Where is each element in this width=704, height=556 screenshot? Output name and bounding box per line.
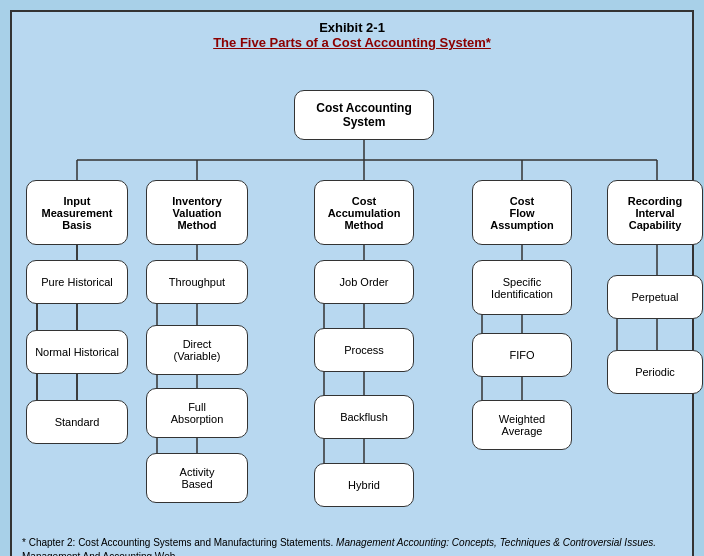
col2-item3: FullAbsorption (146, 388, 248, 438)
col3-item4: Hybrid (314, 463, 414, 507)
col1-item2: Normal Historical (26, 330, 128, 374)
col4-item1: Specific Identification (472, 260, 572, 315)
col2-item4: ActivityBased (146, 453, 248, 503)
exhibit-subtitle: The Five Parts of a Cost Accounting Syst… (22, 35, 682, 50)
header-col5: RecordingIntervalCapability (607, 180, 703, 245)
outer-border: Exhibit 2-1 The Five Parts of a Cost Acc… (10, 10, 694, 556)
col4-item3: Weighted Average (472, 400, 572, 450)
exhibit-title: Exhibit 2-1 (22, 20, 682, 35)
chart-area: Cost AccountingSystem InputMeasurementBa… (22, 60, 682, 530)
col1-item1: Pure Historical (26, 260, 128, 304)
col1-item3: Standard (26, 400, 128, 444)
col4-item2: FIFO (472, 333, 572, 377)
footnote: * Chapter 2: Cost Accounting Systems and… (22, 536, 682, 556)
col3-item1: Job Order (314, 260, 414, 304)
col5-item2: Periodic (607, 350, 703, 394)
col5-item1: Perpetual (607, 275, 703, 319)
header-col4: CostFlowAssumption (472, 180, 572, 245)
col2-item2: Direct(Variable) (146, 325, 248, 375)
col3-item2: Process (314, 328, 414, 372)
header-col3: CostAccumulationMethod (314, 180, 414, 245)
header-col2: InventoryValuationMethod (146, 180, 248, 245)
root-box: Cost AccountingSystem (294, 90, 434, 140)
title-area: Exhibit 2-1 The Five Parts of a Cost Acc… (22, 20, 682, 50)
col3-item3: Backflush (314, 395, 414, 439)
header-col1: InputMeasurementBasis (26, 180, 128, 245)
col2-item1: Throughput (146, 260, 248, 304)
